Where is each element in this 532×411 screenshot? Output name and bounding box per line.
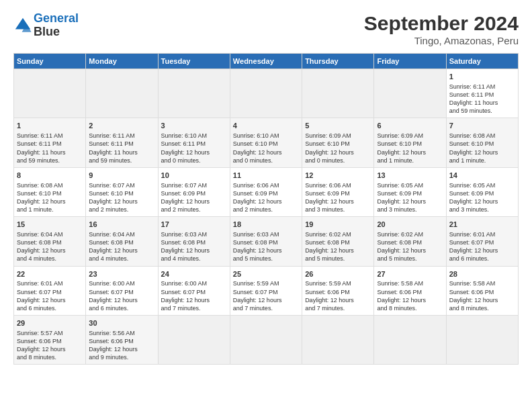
- calendar-cell: 5Sunrise: 6:09 AM Sunset: 6:10 PM Daylig…: [302, 118, 374, 167]
- day-number: 21: [449, 220, 515, 230]
- calendar-cell: [302, 316, 374, 365]
- calendar-cell: [230, 69, 302, 118]
- cell-content: Sunrise: 6:11 AM Sunset: 6:11 PM Dayligh…: [449, 83, 515, 116]
- calendar-cell: 14Sunrise: 6:05 AM Sunset: 6:09 PM Dayli…: [446, 167, 518, 216]
- day-number: 1: [449, 72, 515, 82]
- day-number: 24: [161, 269, 227, 279]
- cell-content: Sunrise: 6:06 AM Sunset: 6:09 PM Dayligh…: [233, 181, 299, 214]
- col-header-thursday: Thursday: [302, 54, 374, 69]
- calendar-cell: 24Sunrise: 6:00 AM Sunset: 6:07 PM Dayli…: [158, 266, 230, 315]
- cell-content: Sunrise: 5:58 AM Sunset: 6:06 PM Dayligh…: [449, 279, 515, 312]
- cell-content: Sunrise: 5:58 AM Sunset: 6:06 PM Dayligh…: [377, 279, 443, 312]
- title-block: September 2024 Tingo, Amazonas, Peru: [364, 12, 519, 46]
- calendar-cell: 18Sunrise: 6:03 AM Sunset: 6:08 PM Dayli…: [230, 217, 302, 266]
- cell-content: Sunrise: 6:08 AM Sunset: 6:10 PM Dayligh…: [17, 181, 83, 214]
- calendar-cell: [158, 316, 230, 365]
- day-number: 7: [449, 121, 515, 131]
- calendar-cell: 10Sunrise: 6:07 AM Sunset: 6:09 PM Dayli…: [158, 167, 230, 216]
- calendar-cell: [14, 69, 86, 118]
- subtitle: Tingo, Amazonas, Peru: [364, 35, 519, 46]
- cell-content: Sunrise: 6:07 AM Sunset: 6:10 PM Dayligh…: [89, 181, 154, 214]
- calendar-cell: 3Sunrise: 6:10 AM Sunset: 6:11 PM Daylig…: [158, 118, 230, 167]
- calendar-cell: 20Sunrise: 6:02 AM Sunset: 6:08 PM Dayli…: [374, 217, 446, 266]
- calendar-cell: 11Sunrise: 6:06 AM Sunset: 6:09 PM Dayli…: [230, 167, 302, 216]
- logo: General Blue: [13, 12, 79, 39]
- calendar-cell: 1Sunrise: 6:11 AM Sunset: 6:11 PM Daylig…: [446, 69, 518, 118]
- calendar-cell: 13Sunrise: 6:05 AM Sunset: 6:09 PM Dayli…: [374, 167, 446, 216]
- day-number: 19: [305, 220, 371, 230]
- cell-content: Sunrise: 6:07 AM Sunset: 6:09 PM Dayligh…: [161, 181, 227, 214]
- cell-content: Sunrise: 6:00 AM Sunset: 6:07 PM Dayligh…: [89, 279, 154, 312]
- cell-content: Sunrise: 6:10 AM Sunset: 6:10 PM Dayligh…: [233, 132, 299, 165]
- calendar-cell: 19Sunrise: 6:02 AM Sunset: 6:08 PM Dayli…: [302, 217, 374, 266]
- day-number: 25: [233, 269, 299, 279]
- day-number: 12: [305, 171, 371, 181]
- day-number: 15: [17, 220, 83, 230]
- col-header-monday: Monday: [86, 54, 158, 69]
- cell-content: Sunrise: 6:03 AM Sunset: 6:08 PM Dayligh…: [233, 230, 299, 263]
- calendar-cell: [86, 69, 158, 118]
- col-header-friday: Friday: [374, 54, 446, 69]
- cell-content: Sunrise: 6:05 AM Sunset: 6:09 PM Dayligh…: [449, 181, 515, 214]
- calendar-cell: 27Sunrise: 5:58 AM Sunset: 6:06 PM Dayli…: [374, 266, 446, 315]
- cell-content: Sunrise: 6:06 AM Sunset: 6:09 PM Dayligh…: [305, 181, 371, 214]
- calendar-cell: 15Sunrise: 6:04 AM Sunset: 6:08 PM Dayli…: [14, 217, 86, 266]
- logo-icon: [13, 16, 32, 35]
- cell-content: Sunrise: 5:59 AM Sunset: 6:06 PM Dayligh…: [305, 279, 371, 312]
- day-number: 3: [161, 121, 227, 131]
- calendar-cell: 7Sunrise: 6:08 AM Sunset: 6:10 PM Daylig…: [446, 118, 518, 167]
- calendar-cell: 1Sunrise: 6:11 AM Sunset: 6:11 PM Daylig…: [14, 118, 86, 167]
- day-number: 1: [17, 121, 83, 131]
- cell-content: Sunrise: 6:04 AM Sunset: 6:08 PM Dayligh…: [17, 230, 83, 263]
- calendar-cell: 9Sunrise: 6:07 AM Sunset: 6:10 PM Daylig…: [86, 167, 158, 216]
- calendar-cell: 2Sunrise: 6:11 AM Sunset: 6:11 PM Daylig…: [86, 118, 158, 167]
- cell-content: Sunrise: 6:09 AM Sunset: 6:10 PM Dayligh…: [305, 132, 371, 165]
- day-number: 26: [305, 269, 371, 279]
- cell-content: Sunrise: 6:04 AM Sunset: 6:08 PM Dayligh…: [89, 230, 154, 263]
- cell-content: Sunrise: 6:01 AM Sunset: 6:07 PM Dayligh…: [449, 230, 515, 263]
- calendar-cell: [374, 69, 446, 118]
- calendar-cell: [374, 316, 446, 365]
- calendar-cell: [302, 69, 374, 118]
- cell-content: Sunrise: 5:59 AM Sunset: 6:07 PM Dayligh…: [233, 279, 299, 312]
- day-number: 29: [17, 318, 83, 328]
- logo-text: General Blue: [34, 12, 79, 39]
- cell-content: Sunrise: 6:01 AM Sunset: 6:07 PM Dayligh…: [17, 279, 83, 312]
- calendar-cell: [446, 316, 518, 365]
- cell-content: Sunrise: 6:05 AM Sunset: 6:09 PM Dayligh…: [377, 181, 443, 214]
- cell-content: Sunrise: 5:57 AM Sunset: 6:06 PM Dayligh…: [17, 329, 83, 362]
- calendar-cell: [230, 316, 302, 365]
- day-number: 20: [377, 220, 443, 230]
- main-title: September 2024: [364, 12, 519, 35]
- cell-content: Sunrise: 6:11 AM Sunset: 6:11 PM Dayligh…: [89, 132, 154, 165]
- cell-content: Sunrise: 6:11 AM Sunset: 6:11 PM Dayligh…: [17, 132, 83, 165]
- calendar-cell: 17Sunrise: 6:03 AM Sunset: 6:08 PM Dayli…: [158, 217, 230, 266]
- day-number: 10: [161, 171, 227, 181]
- col-header-tuesday: Tuesday: [158, 54, 230, 69]
- day-number: 27: [377, 269, 443, 279]
- day-number: 8: [17, 171, 83, 181]
- cell-content: Sunrise: 5:56 AM Sunset: 6:06 PM Dayligh…: [89, 329, 154, 362]
- day-number: 9: [89, 171, 154, 181]
- page-header: General Blue September 2024 Tingo, Amazo…: [13, 12, 519, 46]
- cell-content: Sunrise: 6:09 AM Sunset: 6:10 PM Dayligh…: [377, 132, 443, 165]
- col-header-wednesday: Wednesday: [230, 54, 302, 69]
- calendar-cell: 28Sunrise: 5:58 AM Sunset: 6:06 PM Dayli…: [446, 266, 518, 315]
- cell-content: Sunrise: 6:08 AM Sunset: 6:10 PM Dayligh…: [449, 132, 515, 165]
- cell-content: Sunrise: 6:03 AM Sunset: 6:08 PM Dayligh…: [161, 230, 227, 263]
- day-number: 22: [17, 269, 83, 279]
- day-number: 13: [377, 171, 443, 181]
- day-number: 6: [377, 121, 443, 131]
- cell-content: Sunrise: 6:02 AM Sunset: 6:08 PM Dayligh…: [377, 230, 443, 263]
- calendar-cell: 6Sunrise: 6:09 AM Sunset: 6:10 PM Daylig…: [374, 118, 446, 167]
- calendar-cell: 4Sunrise: 6:10 AM Sunset: 6:10 PM Daylig…: [230, 118, 302, 167]
- day-number: 30: [89, 318, 154, 328]
- calendar-cell: 8Sunrise: 6:08 AM Sunset: 6:10 PM Daylig…: [14, 167, 86, 216]
- calendar-cell: 26Sunrise: 5:59 AM Sunset: 6:06 PM Dayli…: [302, 266, 374, 315]
- cell-content: Sunrise: 6:00 AM Sunset: 6:07 PM Dayligh…: [161, 279, 227, 312]
- cell-content: Sunrise: 6:02 AM Sunset: 6:08 PM Dayligh…: [305, 230, 371, 263]
- calendar-cell: 21Sunrise: 6:01 AM Sunset: 6:07 PM Dayli…: [446, 217, 518, 266]
- day-number: 16: [89, 220, 154, 230]
- calendar-table: SundayMondayTuesdayWednesdayThursdayFrid…: [13, 53, 519, 365]
- day-number: 18: [233, 220, 299, 230]
